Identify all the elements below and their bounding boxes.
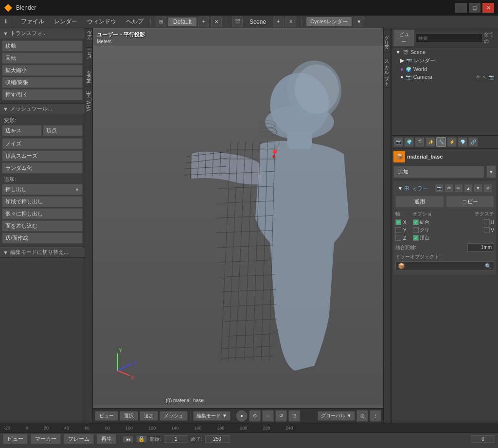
mod-down-btn[interactable]: ▼ [474,184,482,193]
close-button[interactable]: ✕ [482,3,494,13]
mesh-tools-header[interactable]: ▼ メッシュツール... [0,104,85,114]
move-btn[interactable]: 移動 [2,40,83,52]
vertex-btn[interactable]: 頂点 [43,125,83,136]
outliner-render-item[interactable]: ▶ 📷 レンダーL [391,56,498,65]
vertex-checkbox[interactable]: ✓ [413,235,419,241]
start-frame-input[interactable] [164,435,188,443]
merge-checkbox[interactable]: ✓ [413,219,419,225]
renderer-dropdown[interactable]: Cyclesレンダー [306,17,352,26]
vp-mode-dropdown[interactable]: 編集モード ▼ [193,411,231,421]
outliner-search-input[interactable] [416,34,482,42]
vp-global-dropdown[interactable]: グローバル ▼ [318,411,355,421]
menu-item-help[interactable]: ヘルプ [121,16,148,28]
clipping-checkbox[interactable] [413,227,419,233]
vp-transform-btn[interactable]: ↔ [262,410,274,422]
apply-btn[interactable]: 適用 [395,196,444,208]
v-checkbox[interactable] [484,227,490,233]
tab-tools[interactable]: ツール [85,28,92,47]
vp-select-btn[interactable]: 選択 [120,411,138,421]
add-modifier-arrow[interactable]: ▼ [486,165,496,178]
outliner-camera-item[interactable]: ● 📷 Camera 👁 ↖ 📷 [391,73,498,81]
statusbar-marker-btn[interactable]: マーカー [31,434,61,444]
tab-sculpt[interactable]: スカルプト [384,53,391,88]
extrude-region-btn[interactable]: 領域で押し出し [2,196,83,207]
vp-scale-icon-btn[interactable]: ⊡ [288,410,300,422]
outliner-view-btn[interactable]: ビュー [393,30,414,46]
statusbar-view-btn[interactable]: ビュー [3,434,28,444]
camera-visibility-icon[interactable]: 👁 [476,74,480,80]
scale-btn[interactable]: 拡大縮小 [2,65,83,76]
workspace-layout-icon[interactable]: ⊞ [156,17,166,27]
info-icon-btn[interactable]: ℹ [0,16,12,28]
menu-item-window[interactable]: ウィンドウ [82,16,121,28]
scene-close-btn[interactable]: ✕ [285,17,296,27]
vp-rotate-icon-btn[interactable]: ↺ [275,410,287,422]
prop-icon-particles[interactable]: ✨ [426,137,435,147]
statusbar-frame-btn[interactable]: フレーム [64,434,94,444]
extrude-individual-btn[interactable]: 個々に押し出し [2,208,83,219]
inset-btn[interactable]: 面を差し込む [2,220,83,232]
workspace-close-btn[interactable]: ✕ [211,17,222,27]
smooth-btn[interactable]: 頂点スムーズ [2,150,83,161]
tab-view[interactable]: ビュー [85,47,92,67]
tab-grease[interactable]: グリース [384,28,391,53]
mirror-obj-eyedropper[interactable]: 🔍 [485,263,492,269]
vp-add-btn[interactable]: 追加 [140,411,158,421]
statusbar-play-btn[interactable]: 再生 [97,434,116,444]
prop-icon-modifier[interactable]: 🔧 [436,137,446,147]
timeline-icon-btn[interactable]: ⏮ [123,436,133,443]
outliner-world-item[interactable]: ● 🌍 World [391,65,498,73]
extrude-dropdown[interactable]: 押し出し ▼ [2,184,83,195]
minimize-button[interactable]: ─ [455,3,467,13]
menu-item-file[interactable]: ファイル [16,16,49,28]
edit-mode-header[interactable]: ▼ 編集モードに切り替え... [0,247,85,257]
end-frame-input[interactable] [205,435,230,443]
prop-icon-world[interactable]: 🌍 [404,137,414,147]
mod-up-btn[interactable]: ▲ [464,184,473,193]
copy-btn[interactable]: コピー [446,196,495,208]
noise-btn[interactable]: ノイズ [2,138,83,149]
prop-icon-render[interactable]: 📷 [393,137,403,147]
prop-icon-scene[interactable]: 🎬 [415,137,425,147]
edge-btn[interactable]: 辺をス [2,125,42,136]
push-btn[interactable]: 押す/引く [2,89,83,100]
prop-icon-constraints[interactable]: ⚡ [447,137,457,147]
scene-name[interactable]: Scene [245,18,271,26]
timeline-lock-btn[interactable]: 🔒 [136,435,147,443]
x-checkbox[interactable]: ✓ [395,219,401,225]
current-frame-input[interactable] [471,435,495,443]
tab-vrm[interactable]: VRM_HE [85,87,92,115]
add-modifier-btn[interactable]: 追加 [393,166,484,178]
vp-mesh-btn[interactable]: メッシュ [160,411,188,421]
scene-icon-btn[interactable]: 🎬 [232,17,243,27]
prop-icon-material[interactable]: 💎 [458,137,467,147]
vp-onion-btn[interactable]: ◎ [356,410,368,422]
outliner-scene-item[interactable]: ▼ 🎬 Scene [391,48,498,56]
vp-snap-btn[interactable]: ⊙ [249,410,261,422]
y-checkbox[interactable] [395,227,401,233]
viewport[interactable]: ユーザー・平行投影 Meters [93,28,383,423]
vp-view-btn[interactable]: ビュー [95,411,118,421]
workspace-name[interactable]: Default [168,18,196,26]
random-btn[interactable]: ランダム化 [2,162,83,174]
mod-edit-btn[interactable]: ✏ [454,184,463,193]
create-edge-btn[interactable]: 辺/面作成 [2,233,83,244]
u-checkbox[interactable] [484,219,490,225]
scene-add-btn[interactable]: + [273,17,284,27]
menu-item-render[interactable]: レンダー [49,16,82,28]
renderer-arrow-btn[interactable]: ▼ [354,17,364,27]
workspace-add-btn[interactable]: + [198,17,209,27]
vp-extra-btn[interactable]: ⋮ [370,410,381,422]
transform-header[interactable]: ▼ トランスフォ... [0,28,85,38]
tab-make[interactable]: Make [85,67,92,87]
mod-camera-btn[interactable]: 📷 [435,184,444,193]
prop-icon-data[interactable]: 🔗 [468,137,478,147]
merge-dist-input[interactable] [467,243,494,251]
mod-delete-btn[interactable]: ✕ [483,184,492,193]
rotate-btn[interactable]: 回転 [2,53,83,64]
shrink-btn[interactable]: 収縮/膨張 [2,77,83,88]
maximize-button[interactable]: □ [469,3,480,13]
z-checkbox[interactable] [395,235,401,241]
vp-pivot-btn[interactable]: ● [236,410,248,422]
mod-render-btn[interactable]: 👁 [445,184,453,193]
